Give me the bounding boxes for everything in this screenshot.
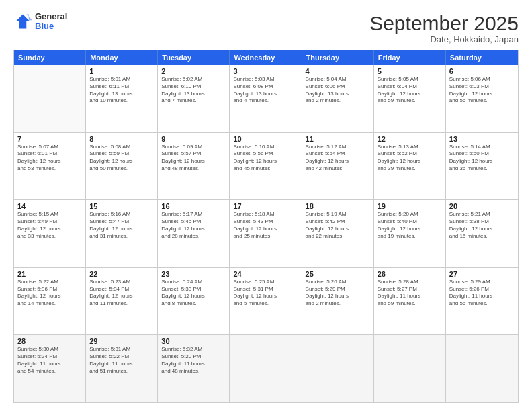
cell-line: Daylight: 12 hours xyxy=(17,293,82,300)
day-number: 15 xyxy=(89,202,154,210)
cell-line: and 59 minutes. xyxy=(378,97,442,105)
day-number: 13 xyxy=(449,135,515,143)
cell-line: and 42 minutes. xyxy=(306,165,370,173)
weekday-header: Tuesday xyxy=(158,50,230,65)
logo-blue: Blue xyxy=(35,21,67,31)
cell-line: and 53 minutes. xyxy=(17,165,82,173)
cell-line: Sunset: 5:56 PM xyxy=(233,150,298,158)
day-number: 1 xyxy=(89,67,154,75)
cell-line: Daylight: 13 hours xyxy=(89,91,154,98)
logo: General Blue xyxy=(13,12,67,32)
day-number: 20 xyxy=(449,202,515,210)
cell-line: and 48 minutes. xyxy=(161,165,226,173)
cell-line: and 54 minutes. xyxy=(17,368,82,375)
cell-line: and 39 minutes. xyxy=(378,165,442,173)
cell-line: and 2 minutes. xyxy=(306,97,370,105)
calendar-cell: 10Sunrise: 5:10 AMSunset: 5:56 PMDayligh… xyxy=(230,133,302,200)
cell-line: Sunrise: 5:13 AM xyxy=(378,144,442,151)
cell-line: and 16 minutes. xyxy=(449,233,515,240)
cell-line: Sunrise: 5:22 AM xyxy=(17,279,82,286)
calendar-cell: 28Sunrise: 5:30 AMSunset: 5:24 PMDayligh… xyxy=(14,335,86,402)
cell-line: and 4 minutes. xyxy=(233,97,298,105)
cell-line: Sunrise: 5:16 AM xyxy=(89,211,154,218)
cell-line: Sunrise: 5:18 AM xyxy=(233,211,298,218)
weekday-header: Monday xyxy=(86,50,158,65)
month-title: September 2025 xyxy=(369,12,519,34)
calendar-cell: 13Sunrise: 5:14 AMSunset: 5:50 PMDayligh… xyxy=(446,133,518,200)
cell-line: Daylight: 12 hours xyxy=(161,293,226,300)
title-block: September 2025 Date, Hokkaido, Japan xyxy=(369,12,519,44)
day-number: 28 xyxy=(17,337,82,345)
cell-line: Sunset: 5:49 PM xyxy=(17,218,82,226)
calendar-cell: 26Sunrise: 5:28 AMSunset: 5:27 PMDayligh… xyxy=(374,268,446,335)
calendar-cell xyxy=(374,335,446,402)
cell-line: Sunset: 6:01 PM xyxy=(17,150,82,158)
calendar-cell: 6Sunrise: 5:06 AMSunset: 6:03 PMDaylight… xyxy=(446,65,518,132)
calendar-cell: 25Sunrise: 5:26 AMSunset: 5:29 PMDayligh… xyxy=(302,268,374,335)
day-number: 24 xyxy=(233,270,298,278)
cell-line: Sunset: 5:31 PM xyxy=(233,286,298,293)
calendar-cell: 2Sunrise: 5:02 AMSunset: 6:10 PMDaylight… xyxy=(158,65,230,132)
calendar-cell: 23Sunrise: 5:24 AMSunset: 5:33 PMDayligh… xyxy=(158,268,230,335)
cell-line: Sunset: 5:33 PM xyxy=(161,286,226,293)
day-number: 26 xyxy=(378,270,442,278)
weekday-header: Wednesday xyxy=(230,50,302,65)
calendar-cell: 9Sunrise: 5:09 AMSunset: 5:57 PMDaylight… xyxy=(158,133,230,200)
cell-line: and 19 minutes. xyxy=(378,233,442,240)
cell-line: Sunrise: 5:02 AM xyxy=(161,76,226,83)
cell-line: Daylight: 12 hours xyxy=(378,91,442,98)
cell-line: Daylight: 11 hours xyxy=(449,293,515,300)
subtitle: Date, Hokkaido, Japan xyxy=(369,34,519,44)
cell-line: Sunrise: 5:10 AM xyxy=(233,144,298,151)
calendar-cell: 18Sunrise: 5:19 AMSunset: 5:42 PMDayligh… xyxy=(302,200,374,267)
day-number: 16 xyxy=(161,202,226,210)
cell-line: Sunset: 5:26 PM xyxy=(449,286,515,293)
cell-line: and 5 minutes. xyxy=(233,300,298,308)
calendar-cell: 16Sunrise: 5:17 AMSunset: 5:45 PMDayligh… xyxy=(158,200,230,267)
cell-line: Sunset: 5:34 PM xyxy=(89,286,154,293)
calendar-cell: 20Sunrise: 5:21 AMSunset: 5:38 PMDayligh… xyxy=(446,200,518,267)
cell-line: Daylight: 12 hours xyxy=(306,158,370,165)
cell-line: Daylight: 12 hours xyxy=(449,226,515,233)
cell-line: Sunrise: 5:15 AM xyxy=(17,211,82,218)
logo-icon xyxy=(13,12,32,31)
svg-marker-0 xyxy=(16,15,30,29)
weekday-header: Friday xyxy=(374,50,446,65)
day-number: 17 xyxy=(233,202,298,210)
cell-line: Sunrise: 5:19 AM xyxy=(306,211,370,218)
cell-line: Sunset: 5:36 PM xyxy=(17,286,82,293)
calendar-cell: 4Sunrise: 5:04 AMSunset: 6:06 PMDaylight… xyxy=(302,65,374,132)
cell-line: and 59 minutes. xyxy=(378,300,442,308)
cell-line: Sunset: 5:54 PM xyxy=(306,150,370,158)
cell-line: Sunset: 5:42 PM xyxy=(306,218,370,226)
day-number: 8 xyxy=(89,135,154,143)
cell-line: Daylight: 12 hours xyxy=(89,226,154,233)
cell-line: Daylight: 12 hours xyxy=(89,158,154,165)
day-number: 5 xyxy=(378,67,442,75)
calendar-cell: 30Sunrise: 5:32 AMSunset: 5:20 PMDayligh… xyxy=(158,335,230,402)
cell-line: Sunset: 5:29 PM xyxy=(306,286,370,293)
calendar-cell: 19Sunrise: 5:20 AMSunset: 5:40 PMDayligh… xyxy=(374,200,446,267)
cell-line: Daylight: 12 hours xyxy=(89,293,154,300)
weekday-header: Saturday xyxy=(446,50,518,65)
day-number: 3 xyxy=(233,67,298,75)
calendar-cell: 5Sunrise: 5:05 AMSunset: 6:04 PMDaylight… xyxy=(374,65,446,132)
cell-line: and 51 minutes. xyxy=(89,368,154,375)
calendar-cell: 22Sunrise: 5:23 AMSunset: 5:34 PMDayligh… xyxy=(86,268,158,335)
calendar-cell: 12Sunrise: 5:13 AMSunset: 5:52 PMDayligh… xyxy=(374,133,446,200)
cell-line: Sunrise: 5:30 AM xyxy=(17,346,82,353)
day-number: 23 xyxy=(161,270,226,278)
cell-line: and 28 minutes. xyxy=(161,233,226,240)
header: General Blue September 2025 Date, Hokkai… xyxy=(13,12,519,44)
calendar-cell xyxy=(230,335,302,402)
cell-line: Sunset: 6:06 PM xyxy=(306,83,370,91)
cell-line: Daylight: 12 hours xyxy=(449,91,515,98)
calendar-row: 21Sunrise: 5:22 AMSunset: 5:36 PMDayligh… xyxy=(14,267,518,335)
cell-line: and 10 minutes. xyxy=(89,97,154,105)
calendar-header: SundayMondayTuesdayWednesdayThursdayFrid… xyxy=(14,50,518,65)
cell-line: Sunrise: 5:09 AM xyxy=(161,144,226,151)
calendar-cell xyxy=(302,335,374,402)
calendar-cell: 24Sunrise: 5:25 AMSunset: 5:31 PMDayligh… xyxy=(230,268,302,335)
day-number: 12 xyxy=(378,135,442,143)
cell-line: Sunset: 5:59 PM xyxy=(89,150,154,158)
